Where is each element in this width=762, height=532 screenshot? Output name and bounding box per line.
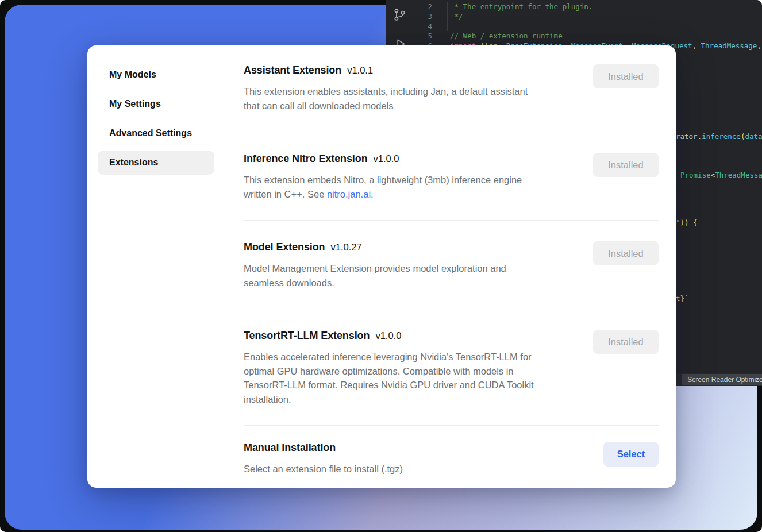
manual-installation-description: Select an extension file to install (.tg… — [244, 462, 403, 476]
extension-title: Model Extensionv1.0.27 — [244, 241, 506, 253]
desktop-canvas: 2 * The entrypoint for the plugin.3 */45… — [0, 0, 762, 532]
extensions-panel: Assistant Extensionv1.0.1 This extension… — [224, 45, 676, 488]
screen-reader-chip[interactable]: Screen Reader Optimized — [682, 374, 762, 385]
extension-row-inference-nitro: Inference Nitro Extensionv1.0.0 This ext… — [244, 132, 659, 221]
code-line: // Web / extension runtime — [450, 31, 563, 41]
line-number: 3 — [413, 11, 432, 21]
extension-title: Assistant Extensionv1.0.1 — [244, 64, 528, 76]
installed-button[interactable]: Installed — [593, 153, 659, 177]
sidebar-item-my-models[interactable]: My Models — [98, 63, 214, 87]
select-file-button[interactable]: Select — [603, 442, 659, 467]
line-number: 2 — [413, 2, 432, 11]
installed-button[interactable]: Installed — [593, 241, 659, 265]
code-line: */ — [450, 11, 463, 21]
sidebar-item-advanced-settings[interactable]: Advanced Settings — [98, 121, 214, 145]
manual-installation-title: Manual Installation — [244, 442, 403, 454]
code-fragment: t}` — [676, 294, 689, 303]
manual-installation-row: Manual Installation Select an extension … — [244, 426, 659, 476]
extension-name: Assistant Extension — [244, 64, 341, 76]
extension-description: This extension enables assistants, inclu… — [244, 84, 528, 113]
settings-sidebar: My Models My Settings Advanced Settings … — [87, 45, 224, 488]
extension-name: Model Extension — [244, 241, 325, 253]
extension-name: Inference Nitro Extension — [244, 153, 368, 164]
extension-row-model: Model Extensionv1.0.27 Model Management … — [244, 221, 659, 309]
extension-row-tensorrt-llm: TensortRT-LLM Extensionv1.0.0 Enables ac… — [244, 309, 659, 426]
extension-version: v1.0.27 — [331, 242, 362, 252]
code-line: * The entrypoint for the plugin. — [450, 2, 592, 11]
code-fragment: rator.inference(data)); — [676, 132, 762, 141]
installed-button[interactable]: Installed — [593, 330, 659, 354]
extension-name: TensortRT-LLM Extension — [244, 330, 370, 341]
nitro-jan-ai-link[interactable]: nitro.jan.ai. — [327, 189, 374, 199]
extension-description: This extension embeds Nitro, a lightweig… — [244, 173, 522, 201]
extension-version: v1.0.0 — [375, 330, 401, 341]
extension-description: Model Management Extension provides mode… — [244, 261, 506, 290]
extension-version: v1.0.1 — [347, 65, 373, 75]
line-number: 4 — [413, 21, 432, 31]
sidebar-item-extensions[interactable]: Extensions — [98, 151, 214, 175]
code-fragment: ")) { — [676, 218, 698, 228]
extension-title: Inference Nitro Extensionv1.0.0 — [244, 153, 522, 165]
extension-version: v1.0.0 — [374, 153, 399, 164]
settings-modal: My Models My Settings Advanced Settings … — [87, 45, 676, 488]
extension-row-assistant: Assistant Extensionv1.0.1 This extension… — [244, 45, 659, 132]
source-control-icon[interactable] — [392, 7, 407, 22]
line-number: 5 — [413, 31, 432, 41]
indent-guide — [447, 2, 448, 31]
sidebar-item-my-settings[interactable]: My Settings — [98, 92, 214, 116]
extension-title: TensortRT-LLM Extensionv1.0.0 — [244, 330, 534, 342]
code-fragment: Promise<ThreadMessage> — [680, 170, 762, 180]
installed-button[interactable]: Installed — [593, 64, 659, 88]
extension-description: Enables accelerated inference leveraging… — [244, 350, 534, 406]
